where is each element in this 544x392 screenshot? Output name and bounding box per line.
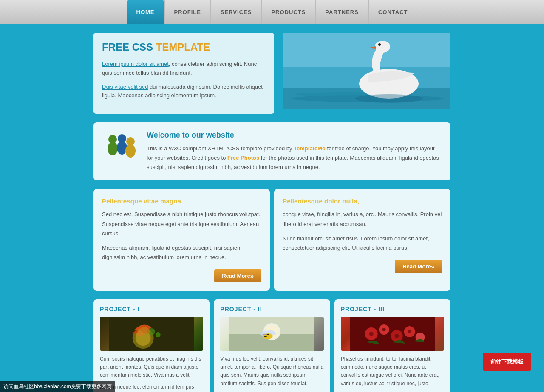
nav-contact[interactable]: CONTACT <box>368 0 418 24</box>
hero-link2[interactable]: Duis vitae velit sed <box>102 84 148 90</box>
project-box-2: PROJECT - II Viva m <box>214 299 330 392</box>
col1-para1: Sed nec est. Suspendisse a nibh tristiqu… <box>102 210 261 238</box>
svg-point-6 <box>375 41 390 53</box>
hero-title: FREE CSS TEMPLATE <box>102 41 266 53</box>
project-box-3: PROJECT - III <box>334 299 450 392</box>
navigation: HOME PROFILE SERVICES PRODUCTS PARTNERS … <box>0 0 544 24</box>
welcome-text: This is a W3C compliant XHTML/CSS templa… <box>147 144 440 172</box>
project1-para1: Cum sociis natoque penatibus et mag nis … <box>100 355 203 380</box>
watermark: 访问血鸟社区bbs.xienlao.com免费下载更多网页 <box>0 381 115 392</box>
content-box-left: Pellentesque vitae magna. Sed nec est. S… <box>94 189 270 290</box>
col1-para2: Maecenas aliquam, ligula id egestas susc… <box>102 243 261 262</box>
col2-heading: Pellentesque dolor nulla, <box>283 197 442 205</box>
hero-title-part1: FREE CSS <box>102 41 156 53</box>
people-icon <box>104 131 138 165</box>
two-col-section: Pellentesque vitae magna. Sed nec est. S… <box>94 189 450 290</box>
svg-point-14 <box>125 144 136 158</box>
project2-para1: Viva mus leo velit, convallis id, ultric… <box>220 355 323 388</box>
hero-section: FREE CSS TEMPLATE Lorem ipsum dolor sit … <box>89 33 455 114</box>
project1-image <box>100 317 203 351</box>
project3-label: PROJECT - III <box>341 306 444 313</box>
nav-home[interactable]: HOME <box>127 0 164 24</box>
project3-svg <box>341 317 444 351</box>
welcome-content: Welcome to our website This is a W3C com… <box>147 131 440 172</box>
col2-para2: Nunc blandit orci sit amet risus. Lorem … <box>283 234 442 253</box>
project2-image <box>220 317 323 351</box>
nav-products[interactable]: PRODUCTS <box>261 0 315 24</box>
project2-label: PROJECT - II <box>220 306 323 313</box>
hero-title-part2: TEMPLATE <box>156 41 210 53</box>
svg-rect-28 <box>267 334 269 335</box>
project3-image <box>341 317 444 351</box>
svg-rect-29 <box>264 336 267 337</box>
hero-link1[interactable]: Lorem ipsum dolor sit amet <box>102 61 169 67</box>
svg-point-41 <box>408 330 411 333</box>
col1-heading: Pellentesque vitae magna. <box>102 197 261 205</box>
svg-point-10 <box>108 142 118 155</box>
svg-point-7 <box>378 43 381 46</box>
read-more-right[interactable]: Read More <box>395 260 442 273</box>
hero-image <box>283 33 450 109</box>
swan-illustration <box>283 33 450 109</box>
swan-background <box>283 33 450 109</box>
hero-text-box: FREE CSS TEMPLATE Lorem ipsum dolor sit … <box>94 33 274 114</box>
project1-para2: Nullam neque leo, elemen tum id tem pus … <box>100 383 203 392</box>
welcome-heading: Welcome to our website <box>147 131 440 140</box>
free-photos-link[interactable]: Free Photos <box>227 155 259 161</box>
svg-point-12 <box>117 141 127 155</box>
project3-para1: Phasellus tincidunt, tortor lacinia blan… <box>341 355 444 388</box>
col2-para1: congue vitae, fringilla in, varius a, or… <box>283 210 442 228</box>
svg-point-8 <box>355 94 423 103</box>
welcome-icon <box>104 131 138 165</box>
projects-section: PROJECT - I Cum sociis natoque penatibus… <box>94 299 450 392</box>
project1-svg <box>100 317 203 351</box>
project-box-1: PROJECT - I Cum sociis natoque penatibus… <box>94 299 210 392</box>
templatemo-link[interactable]: TemplateMo <box>294 145 326 152</box>
content-box-right: Pellentesque dolor nulla, congue vitae, … <box>274 189 450 290</box>
nav-services[interactable]: SERVICES <box>211 0 262 24</box>
download-button[interactable]: 前往下载模板 <box>483 353 531 371</box>
col2-heading-link[interactable]: Pellentesque dolor nulla, <box>283 197 359 205</box>
svg-point-38 <box>369 332 373 336</box>
read-more-left[interactable]: Read More <box>214 269 261 282</box>
welcome-section: Welcome to our website This is a W3C com… <box>94 122 450 180</box>
main-content: FREE CSS TEMPLATE Lorem ipsum dolor sit … <box>89 24 455 392</box>
col1-heading-link[interactable]: Pellentesque vitae magna. <box>102 197 183 205</box>
svg-point-39 <box>382 328 385 331</box>
svg-point-19 <box>156 332 161 337</box>
hero-para2: Duis vitae velit sed dui malesuada digni… <box>102 83 266 101</box>
project2-svg <box>220 317 323 351</box>
project1-label: PROJECT - I <box>100 306 203 313</box>
hero-para1: Lorem ipsum dolor sit amet, conse cletue… <box>102 60 266 78</box>
svg-rect-2 <box>283 33 450 67</box>
nav-profile[interactable]: PROFILE <box>164 0 211 24</box>
svg-point-40 <box>394 334 399 338</box>
nav-partners[interactable]: PARTNERS <box>315 0 368 24</box>
